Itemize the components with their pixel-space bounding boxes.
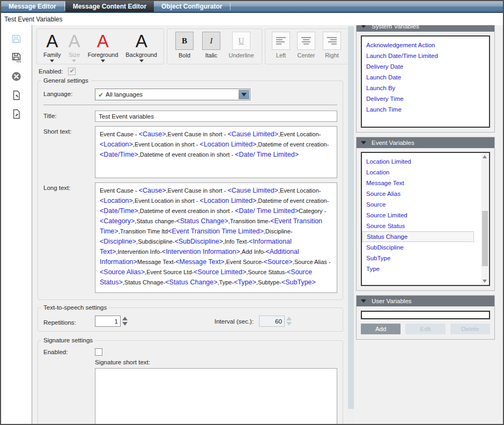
variable-token: <Cause Limited> bbox=[227, 130, 278, 138]
variable-link[interactable]: Source Status bbox=[362, 221, 481, 231]
tab-object-configurator[interactable]: Object Configurator bbox=[154, 1, 229, 12]
variable-link[interactable]: Launch Date/Time Limited bbox=[362, 50, 489, 61]
user-variables-header[interactable]: User Variables bbox=[357, 296, 494, 306]
user-variable-input[interactable] bbox=[361, 311, 490, 319]
variable-link[interactable]: Status Change bbox=[362, 231, 474, 242]
variable-token: <Date/ Time Limited> bbox=[235, 207, 299, 215]
spin-down-icon bbox=[286, 322, 292, 326]
variable-token: <Date/Time> bbox=[100, 207, 138, 215]
editor-content: A Family A Size A Foreground bbox=[32, 25, 347, 424]
font-family-label: Family bbox=[43, 52, 61, 58]
language-dropdown[interactable]: All languages bbox=[95, 89, 250, 100]
import-icon[interactable] bbox=[11, 89, 23, 101]
scroll-down-icon[interactable] bbox=[483, 280, 487, 283]
delete-user-variable-button: Delete bbox=[450, 324, 490, 334]
align-center-button[interactable]: Center bbox=[294, 32, 318, 58]
event-variables-panel: Event Variables Location LimitedLocation… bbox=[356, 137, 495, 291]
spin-up-icon[interactable] bbox=[122, 317, 128, 320]
repetitions-value[interactable]: 1 bbox=[95, 316, 121, 327]
title-input[interactable]: Test Event variables bbox=[95, 111, 337, 122]
scrollbar-thumb[interactable] bbox=[348, 26, 354, 409]
edit-user-variable-button: Edit bbox=[405, 324, 445, 334]
system-variables-panel: System Variables Acknowledgement ActionL… bbox=[356, 25, 495, 133]
plain-text: ,Event Location- bbox=[278, 131, 321, 137]
font-family-button[interactable]: A Family bbox=[42, 32, 62, 62]
tab-message-editor[interactable]: Message Editor bbox=[1, 1, 64, 12]
scroll-up-icon[interactable] bbox=[483, 155, 487, 158]
plain-text: ,Source Status- bbox=[246, 269, 287, 275]
underline-icon: U bbox=[232, 32, 250, 50]
foreground-color-button[interactable]: A Foreground bbox=[86, 32, 119, 62]
long-text-editor[interactable]: Event Cause - <Cause>,Event Cause in sho… bbox=[95, 182, 337, 293]
content-scrollbar[interactable] bbox=[347, 25, 354, 424]
align-right-icon bbox=[327, 37, 337, 45]
variable-token: <Date/ Time Limited> bbox=[235, 151, 299, 158]
plain-text: ,Transition Time ltd bbox=[118, 228, 168, 235]
add-user-variable-button[interactable]: Add bbox=[361, 324, 401, 334]
signature-short-text-editor[interactable] bbox=[95, 368, 337, 424]
variable-link[interactable]: Source Limited bbox=[362, 210, 481, 221]
variable-link[interactable]: Message Text bbox=[362, 178, 481, 188]
variable-link[interactable]: Type bbox=[362, 263, 481, 274]
foreground-label: Foreground bbox=[87, 52, 118, 58]
scrollbar-thumb[interactable] bbox=[482, 211, 488, 266]
background-color-button[interactable]: A Background bbox=[124, 32, 158, 62]
plain-text: ,Datetime of event creation in short - bbox=[138, 208, 235, 214]
italic-button[interactable]: I Italic bbox=[199, 32, 223, 58]
cancel-icon[interactable] bbox=[11, 70, 23, 82]
repetitions-label: Repetitions: bbox=[43, 317, 95, 326]
variable-link[interactable]: Launch Date bbox=[362, 72, 489, 83]
signature-settings-group: Signature settings Enabled: Signature sh… bbox=[38, 340, 343, 424]
plain-text: ,Event Location in short - bbox=[133, 197, 200, 204]
enabled-checkbox[interactable] bbox=[68, 68, 76, 75]
variable-link[interactable]: Launch By bbox=[362, 83, 489, 93]
tab-bar: Message Editor Message Content Editor Ob… bbox=[1, 1, 503, 13]
align-center-label: Center bbox=[297, 52, 315, 58]
tab-message-content-editor[interactable]: Message Content Editor bbox=[65, 1, 154, 12]
variable-link[interactable]: Location bbox=[362, 167, 481, 178]
plain-text: ,Event Source Ltd- bbox=[145, 269, 194, 275]
variable-token: <Intervention Information> bbox=[162, 248, 240, 255]
underline-button[interactable]: U Underline bbox=[226, 32, 256, 58]
signature-enabled-checkbox[interactable] bbox=[95, 348, 102, 356]
repetitions-stepper[interactable]: 1 bbox=[95, 316, 128, 327]
dropdown-arrow-icon[interactable] bbox=[239, 90, 249, 99]
tab-separator bbox=[64, 3, 65, 10]
chevron-down-icon bbox=[139, 60, 144, 62]
variable-link[interactable]: Acknowledgement Action bbox=[362, 40, 489, 50]
save-icon[interactable] bbox=[11, 33, 23, 45]
divider bbox=[43, 105, 337, 105]
variable-link[interactable]: Launch Time bbox=[362, 104, 489, 115]
variable-token: <Cause> bbox=[139, 130, 166, 138]
variable-link[interactable]: Delivery Date bbox=[362, 61, 489, 72]
plain-text: ,Info Text- bbox=[223, 238, 249, 245]
plain-text: ,Event Cause in short - bbox=[166, 187, 228, 194]
variable-link[interactable]: Source bbox=[362, 199, 481, 210]
variable-link[interactable]: SubType bbox=[362, 253, 481, 263]
list-scrollbar[interactable] bbox=[481, 153, 488, 284]
spin-down-icon[interactable] bbox=[122, 322, 128, 326]
short-text-editor[interactable]: Event Cause - <Cause>,Event Cause in sho… bbox=[95, 126, 337, 178]
align-left-button[interactable]: Left bbox=[271, 32, 291, 58]
page-title: Test Event Variables bbox=[1, 13, 503, 25]
plain-text: ,Status change- bbox=[135, 218, 176, 224]
event-variables-header[interactable]: Event Variables bbox=[357, 137, 494, 148]
tts-settings-title: Text-to-speech settings bbox=[41, 304, 109, 311]
font-group: A Family A Size A Foreground bbox=[36, 28, 164, 64]
bold-button[interactable]: B Bold bbox=[173, 32, 196, 58]
variable-link[interactable]: Location Limited bbox=[362, 156, 481, 167]
user-variables-panel: User Variables Add Edit Delete bbox=[356, 295, 495, 340]
variable-link[interactable]: Source Alias bbox=[362, 188, 481, 199]
variable-link[interactable]: Delivery Time bbox=[362, 93, 489, 104]
interval-stepper[interactable]: 60 bbox=[259, 316, 292, 327]
interval-value: 60 bbox=[259, 316, 285, 327]
variable-link[interactable]: SubDiscipline bbox=[362, 242, 481, 253]
font-size-button[interactable]: A Size bbox=[67, 32, 81, 62]
export-icon[interactable] bbox=[11, 108, 23, 120]
bold-label: Bold bbox=[179, 52, 190, 58]
variable-token: <Location Limited> bbox=[200, 141, 257, 148]
plain-text: Event Cause - bbox=[100, 187, 139, 194]
align-right-button[interactable]: Right bbox=[321, 32, 343, 58]
save-as-icon[interactable] bbox=[11, 52, 23, 63]
system-variables-header[interactable]: System Variables bbox=[357, 25, 494, 32]
